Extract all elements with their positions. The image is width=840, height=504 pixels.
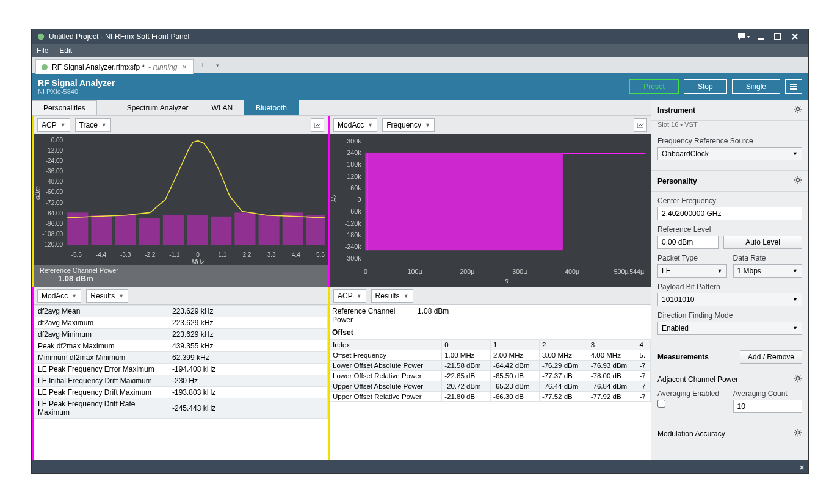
table-row: Offset Frequency1.00 MHz2.00 MHz3.00 MHz… bbox=[330, 350, 651, 361]
close-button[interactable] bbox=[786, 31, 803, 42]
stop-button[interactable]: Stop bbox=[684, 79, 727, 94]
slot-label: Slot 16 • VST bbox=[651, 121, 808, 132]
packet-type-dropdown[interactable]: LE▼ bbox=[657, 264, 727, 278]
analyzer-header: RF Signal Analyzer NI PXIe-5840 Preset S… bbox=[32, 73, 808, 100]
svg-text:dBm: dBm bbox=[34, 186, 41, 200]
auto-level-button[interactable]: Auto Level bbox=[723, 236, 802, 249]
svg-text:120k: 120k bbox=[347, 173, 361, 180]
gear-icon[interactable] bbox=[794, 176, 802, 186]
modacc-results-type-dropdown[interactable]: ModAcc▼ bbox=[37, 289, 81, 303]
svg-text:-60k: -60k bbox=[349, 207, 361, 215]
direction-finding-mode-dropdown[interactable]: Enabled▼ bbox=[657, 322, 802, 335]
maximize-button[interactable] bbox=[769, 31, 786, 42]
acp-type-dropdown[interactable]: ACP▼ bbox=[37, 118, 70, 132]
data-rate-dropdown[interactable]: 1 Mbps▼ bbox=[733, 264, 803, 278]
acp-results-type-dropdown[interactable]: ACP▼ bbox=[333, 289, 366, 303]
acp-plot-footer: Reference Channel Power 1.08 dBm bbox=[34, 265, 328, 287]
freq-ref-source-dropdown[interactable]: OnboardClock▼ bbox=[657, 147, 802, 160]
svg-rect-23 bbox=[211, 217, 231, 245]
gear-icon[interactable] bbox=[794, 105, 802, 115]
tab-bluetooth[interactable]: Bluetooth bbox=[244, 100, 299, 115]
single-button[interactable]: Single bbox=[732, 79, 780, 94]
svg-text:-120.00: -120.00 bbox=[42, 241, 63, 248]
svg-text:-108.00: -108.00 bbox=[42, 231, 63, 237]
chat-icon[interactable]: ▾ bbox=[735, 31, 752, 42]
payload-bit-pattern-dropdown[interactable]: 10101010▼ bbox=[657, 293, 802, 306]
svg-text:60k: 60k bbox=[350, 184, 361, 192]
table-row: Peak df2max Maximum439.355 kHz bbox=[34, 340, 328, 352]
svg-text:-24.00: -24.00 bbox=[46, 157, 63, 164]
gear-icon[interactable] bbox=[794, 374, 802, 384]
header-menu-icon[interactable] bbox=[785, 79, 802, 94]
svg-text:0: 0 bbox=[196, 251, 200, 258]
table-row: LE Peak Frequency Error Maximum-194.408 … bbox=[34, 364, 328, 375]
menu-edit[interactable]: Edit bbox=[59, 46, 72, 55]
svg-text:3.3: 3.3 bbox=[267, 251, 276, 258]
titlebar: Untitled Project - NI-RFmx Soft Front Pa… bbox=[32, 29, 808, 44]
table-row: Upper Offset Absolute Power-20.72 dBm-65… bbox=[330, 381, 651, 392]
table-row: Lower Offset Absolute Power-21.58 dBm-64… bbox=[330, 361, 651, 371]
svg-text:-60.00: -60.00 bbox=[46, 189, 63, 195]
panel-modacc-frequency: ModAcc▼ Frequency▼ 300k 240k 180k bbox=[328, 116, 651, 287]
modacc-label: Modulation Accuracy bbox=[657, 430, 725, 438]
preset-button[interactable]: Preset bbox=[629, 79, 679, 94]
svg-text:500µ: 500µ bbox=[614, 268, 629, 275]
doc-tab-status: - running bbox=[148, 63, 177, 71]
svg-text:300k: 300k bbox=[347, 137, 361, 145]
modacc-plot[interactable]: 300k 240k 180k 120k 60k 0 -60k -120k -18… bbox=[330, 134, 651, 287]
device-name: NI PXIe-5840 bbox=[38, 88, 625, 95]
svg-text:-4.4: -4.4 bbox=[96, 251, 107, 258]
modacc-results-table: df2avg Mean223.629 kHzdf2avg Maximum223.… bbox=[34, 305, 328, 460]
gear-icon[interactable] bbox=[794, 428, 802, 439]
averaging-enabled-checkbox[interactable] bbox=[657, 400, 665, 408]
tab-menu-caret[interactable]: ▾ bbox=[212, 60, 223, 71]
svg-text:300µ: 300µ bbox=[512, 268, 527, 275]
sidebar[interactable]: Instrument Slot 16 • VST Frequency Refer… bbox=[651, 100, 808, 460]
chart-icon[interactable] bbox=[311, 118, 324, 132]
svg-point-67 bbox=[796, 178, 799, 181]
svg-text:-36.00: -36.00 bbox=[46, 168, 63, 175]
table-row: LE Peak Frequency Drift Maximum-193.803 … bbox=[34, 387, 328, 398]
menu-file[interactable]: File bbox=[37, 46, 48, 55]
tab-spectrum-analyzer[interactable]: Spectrum Analyzer bbox=[115, 100, 200, 115]
svg-text:0: 0 bbox=[364, 268, 368, 275]
center-frequency-input[interactable] bbox=[657, 207, 802, 220]
svg-rect-2 bbox=[775, 34, 781, 40]
svg-rect-27 bbox=[306, 215, 325, 245]
acp-results-table: Reference Channel Power1.08 dBm Offset I… bbox=[330, 305, 651, 460]
svg-text:-2.2: -2.2 bbox=[145, 251, 156, 258]
add-tab-button[interactable]: + bbox=[197, 60, 208, 71]
svg-text:0.00: 0.00 bbox=[51, 137, 63, 143]
svg-text:400µ: 400µ bbox=[565, 268, 579, 275]
add-remove-button[interactable]: Add / Remove bbox=[740, 350, 802, 364]
svg-text:180k: 180k bbox=[347, 160, 361, 168]
modacc-type-dropdown[interactable]: ModAcc▼ bbox=[333, 118, 377, 132]
modacc-results-view-dropdown[interactable]: Results▼ bbox=[86, 289, 128, 303]
svg-text:-120k: -120k bbox=[345, 220, 361, 227]
svg-rect-25 bbox=[259, 215, 280, 245]
table-row: df2avg Mean223.629 kHz bbox=[34, 306, 328, 317]
statusbar-close-icon[interactable]: × bbox=[799, 462, 805, 472]
svg-text:-3.3: -3.3 bbox=[120, 251, 131, 258]
chart-icon[interactable] bbox=[634, 118, 647, 132]
modacc-view-dropdown[interactable]: Frequency▼ bbox=[382, 118, 435, 132]
acp-results-view-dropdown[interactable]: Results▼ bbox=[371, 289, 413, 303]
reference-level-input[interactable] bbox=[657, 236, 719, 249]
doc-tab[interactable]: RF Signal Analyzer.rfmxsfp * - running × bbox=[35, 59, 194, 74]
svg-rect-20 bbox=[139, 218, 160, 245]
doc-tab-close[interactable]: × bbox=[181, 62, 188, 71]
averaging-count-input[interactable] bbox=[733, 400, 803, 413]
tab-wlan[interactable]: WLAN bbox=[200, 100, 244, 115]
tab-personalities[interactable]: Personalities bbox=[32, 100, 97, 115]
svg-text:0: 0 bbox=[358, 196, 361, 203]
acp-label: Adjacent Channel Power bbox=[657, 375, 738, 384]
svg-point-0 bbox=[38, 34, 45, 40]
table-row: Upper Offset Relative Power-21.80 dB-66.… bbox=[330, 392, 651, 402]
table-row: df2avg Minimum223.629 kHz bbox=[34, 329, 328, 340]
acp-view-dropdown[interactable]: Trace▼ bbox=[75, 118, 111, 132]
doc-tab-icon bbox=[41, 63, 48, 71]
sb-personality-header: Personality bbox=[651, 171, 808, 192]
minimize-button[interactable] bbox=[752, 31, 769, 42]
acp-plot[interactable]: 0.00 -12.00 -24.00 -36.00 -48.00 -60.00 … bbox=[34, 134, 328, 265]
svg-text:-96.00: -96.00 bbox=[46, 220, 63, 227]
